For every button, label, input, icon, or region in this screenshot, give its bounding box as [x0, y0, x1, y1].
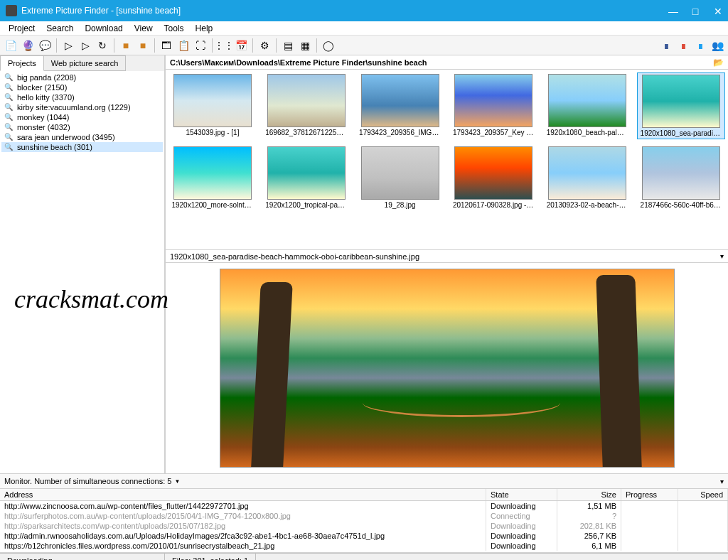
- menu-help[interactable]: Help: [190, 22, 219, 35]
- calendar-icon[interactable]: 📅: [233, 38, 249, 53]
- twitter-icon[interactable]: ∎: [692, 38, 708, 53]
- thumbnail[interactable]: 1920x1080_sea-paradise-... - [1]: [637, 72, 725, 139]
- thumbnail-caption: 20130923-02-a-beach-cott...: [547, 201, 628, 209]
- maximize-button[interactable]: □: [691, 6, 700, 15]
- download-row[interactable]: http://surferphotos.com.au/wp-content/up…: [0, 511, 728, 521]
- wizard-icon[interactable]: 🔮: [20, 38, 36, 53]
- menu-download[interactable]: Download: [79, 22, 128, 35]
- monitor-chevron-icon[interactable]: ▾: [720, 478, 724, 485]
- status-files: Files: 301, selected: 1: [165, 554, 256, 560]
- preview-filename: 1920x1080_sea-paradise-beach-hammock-obo…: [170, 252, 720, 261]
- header-size[interactable]: Size: [557, 489, 621, 500]
- thumbnail-image: [173, 74, 252, 127]
- thumbnail-caption: 2187466c-560c-40ff-b633-...: [641, 201, 722, 209]
- project-list: big panda (2208)blocker (2150)hello kitt…: [0, 71, 164, 473]
- header-state[interactable]: State: [486, 489, 557, 500]
- header-speed[interactable]: Speed: [678, 489, 728, 500]
- dots-icon[interactable]: ⋮⋮: [216, 38, 232, 53]
- menu-view[interactable]: View: [129, 22, 159, 35]
- expand-icon[interactable]: ⛶: [193, 38, 208, 53]
- dl-address: https://b12chronicles.files.wordpress.co…: [0, 541, 486, 551]
- project-label: sunshine beach (301): [17, 143, 92, 151]
- download-row[interactable]: http://www.zincnoosa.com.au/wp-content/f…: [0, 501, 728, 511]
- google-icon[interactable]: ∎: [675, 38, 691, 53]
- tip-icon[interactable]: 👥: [710, 38, 725, 53]
- thumbnail[interactable]: 20130923-02-a-beach-cott...: [543, 145, 631, 210]
- project-item[interactable]: big panda (2208): [1, 72, 163, 82]
- project-label: hello kitty (3370): [17, 93, 75, 102]
- project-icon: [4, 133, 14, 141]
- play-all-icon[interactable]: ▷: [77, 38, 93, 53]
- new-project-icon[interactable]: 📄: [3, 38, 18, 53]
- project-label: kirby site:vacuumland.org (1229): [17, 103, 131, 112]
- monitor-down-icon[interactable]: ▼: [171, 478, 183, 485]
- thumbnail[interactable]: 1793423_209357_Key shot - media size.jpg…: [450, 72, 538, 139]
- dl-speed: [678, 521, 728, 531]
- project-item[interactable]: monster (4032): [1, 122, 163, 132]
- sidebar: Projects Web picture search big panda (2…: [0, 55, 165, 473]
- thumbnail[interactable]: 169682_378126712251948_... - [1]: [262, 72, 350, 139]
- thumbnail[interactable]: 1920x1200_more-solntse-...: [168, 145, 257, 210]
- dl-progress: [621, 511, 678, 521]
- thumbnail[interactable]: 2187466c-560c-40ff-b633-...: [637, 145, 725, 210]
- view2-icon[interactable]: ▦: [297, 38, 313, 53]
- dl-progress: [621, 541, 678, 551]
- tab-projects[interactable]: Projects: [0, 55, 44, 71]
- project-item[interactable]: sara jean underwood (3495): [1, 132, 163, 142]
- thumbnail-image: [548, 74, 626, 127]
- circle-icon[interactable]: ◯: [321, 38, 336, 53]
- view1-icon[interactable]: ▤: [280, 38, 296, 53]
- facebook-icon[interactable]: ∎: [658, 38, 674, 53]
- thumbnail[interactable]: 19_28.jpg: [356, 145, 444, 210]
- thumbnail[interactable]: 1543039.jpg - [1]: [168, 72, 257, 139]
- menu-search[interactable]: Search: [41, 22, 79, 35]
- window-icon[interactable]: 🗔: [159, 38, 174, 53]
- download-row[interactable]: http://admin.rwnoosaholidays.com.au/Uplo…: [0, 531, 728, 541]
- refresh-icon[interactable]: ↻: [95, 38, 110, 53]
- thumbnail[interactable]: 20120617-090328.jpg - [1]: [450, 145, 538, 210]
- path-bar: C:\Users\Максим\Downloads\Extreme Pictur…: [166, 55, 728, 70]
- open-folder-icon[interactable]: 📂: [713, 58, 724, 68]
- toolbar: 📄 🔮 💬 ▷ ▷ ↻ ■ ■ 🗔 📋 ⛶ ⋮⋮ 📅 ⚙ ▤ ▦ ◯ ∎ ∎ ∎…: [0, 36, 728, 55]
- title-bar: Extreme Picture Finder - [sunshine beach…: [0, 0, 728, 21]
- dl-progress: [621, 531, 678, 541]
- menu-project[interactable]: Project: [3, 22, 41, 35]
- thumbnail[interactable]: 1920x1080_beach-palms-o... - [1]: [543, 72, 631, 139]
- stop-icon[interactable]: ■: [118, 38, 134, 53]
- status-bar: Downloading... Files: 301, selected: 1: [0, 553, 728, 560]
- dl-speed: [678, 531, 728, 541]
- project-item[interactable]: hello kitty (3370): [1, 92, 163, 102]
- menu-tools[interactable]: Tools: [159, 22, 190, 35]
- gear-icon[interactable]: ⚙: [257, 38, 272, 53]
- thumbnail-caption: 1793423_209356_IMG_9... - [1]: [359, 129, 441, 136]
- minimize-button[interactable]: —: [668, 6, 677, 15]
- download-row[interactable]: https://b12chronicles.files.wordpress.co…: [0, 541, 728, 551]
- dl-speed: [678, 501, 728, 511]
- thumbnail[interactable]: 1793423_209356_IMG_9... - [1]: [356, 72, 444, 139]
- thumbnail-panel: 1543039.jpg - [1]169682_378126712251948_…: [166, 70, 728, 250]
- project-item[interactable]: kirby site:vacuumland.org (1229): [1, 102, 163, 112]
- project-item[interactable]: blocker (2150): [1, 82, 163, 92]
- thumbnail-caption: 20120617-090328.jpg - [1]: [453, 201, 535, 209]
- project-item[interactable]: sunshine beach (301): [1, 142, 163, 152]
- search-icon[interactable]: 💬: [37, 38, 53, 53]
- close-button[interactable]: ✕: [714, 6, 722, 15]
- thumbnail-caption: 1543039.jpg - [1]: [186, 129, 239, 136]
- dl-address: http://surferphotos.com.au/wp-content/up…: [0, 511, 486, 521]
- stop-all-icon[interactable]: ■: [135, 38, 151, 53]
- thumbnail[interactable]: 1920x1200_tropical-paradis...: [262, 145, 350, 210]
- path-text: C:\Users\Максим\Downloads\Extreme Pictur…: [170, 58, 713, 67]
- header-progress[interactable]: Progress: [621, 489, 678, 500]
- project-item[interactable]: monkey (1044): [1, 112, 163, 122]
- thumbnail-image: [267, 74, 346, 127]
- header-address[interactable]: Address: [0, 489, 486, 500]
- list-icon[interactable]: 📋: [176, 38, 191, 53]
- project-icon: [4, 123, 14, 131]
- project-icon: [4, 113, 14, 122]
- play-icon[interactable]: ▷: [60, 38, 76, 53]
- tab-web-search[interactable]: Web picture search: [43, 55, 127, 71]
- chevron-down-icon[interactable]: ▾: [720, 252, 724, 260]
- watermark-text: cracksmat.com: [14, 284, 168, 314]
- thumbnail-caption: 1920x1080_beach-palms-o... - [1]: [547, 129, 628, 136]
- download-row[interactable]: http://sparksarchitects.com/wp-content/u…: [0, 521, 728, 531]
